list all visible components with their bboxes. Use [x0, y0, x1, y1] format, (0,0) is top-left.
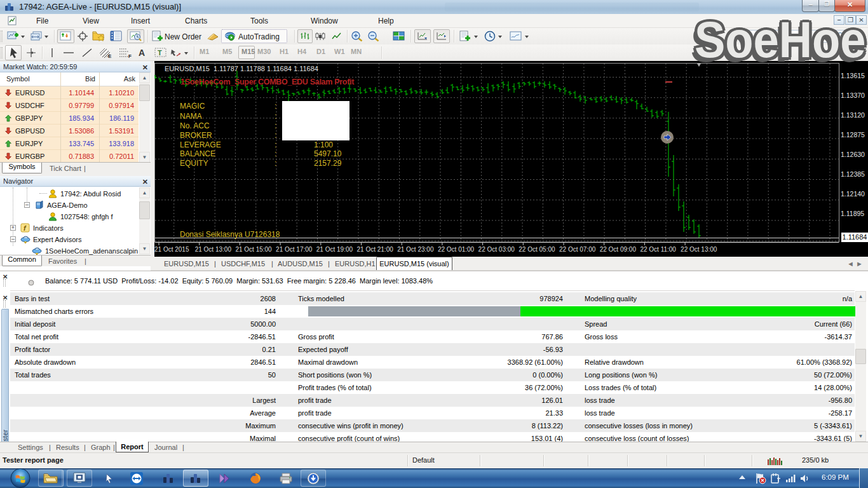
- svg-text:T: T: [158, 49, 162, 57]
- svg-text:E: E: [108, 53, 112, 58]
- svg-text:F: F: [128, 53, 132, 58]
